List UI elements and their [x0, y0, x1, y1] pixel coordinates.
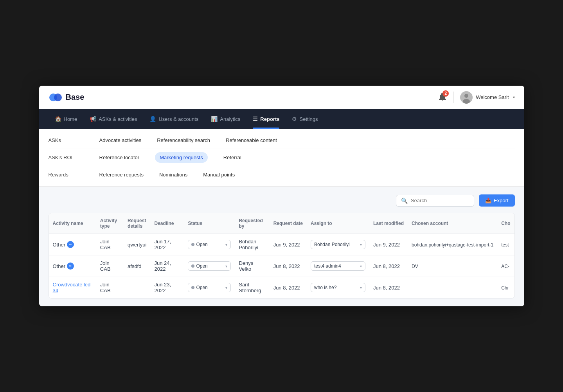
edit-icon-1[interactable]: ✏ — [67, 241, 74, 248]
col-last-modified: Last modified — [369, 213, 408, 234]
nav-label-settings: Settings — [299, 116, 318, 122]
status-chevron-1: ▾ — [225, 243, 227, 247]
status-dot-3 — [191, 286, 194, 289]
nav-label-analytics: Analytics — [220, 116, 240, 122]
col-requested-by: Requestedby — [235, 213, 269, 234]
rewards-links: Reference requests Nominations Manual po… — [99, 168, 235, 182]
nav-item-asks[interactable]: 📢 ASKs & activities — [83, 109, 143, 129]
report-link-referenceable[interactable]: Referenceable content — [226, 133, 277, 147]
cho-value-3[interactable]: Chr — [501, 285, 509, 291]
reports-icon: ☰ — [253, 116, 258, 122]
report-link-ref-requests[interactable]: Reference requests — [99, 168, 144, 182]
logo-text: Base — [66, 93, 85, 102]
report-link-referral[interactable]: Referral — [223, 151, 241, 164]
svg-point-4 — [463, 99, 470, 104]
crowdvocate-link[interactable]: Crowdvocate led 34 — [53, 282, 91, 293]
cell-requested-by-2: Denys Velko — [235, 255, 269, 277]
nav-item-home[interactable]: 🏠 Home — [49, 109, 84, 129]
cell-status-2[interactable]: Open ▾ — [184, 255, 235, 277]
cell-account-2: DV — [408, 255, 497, 277]
nav-item-users[interactable]: 👤 Users & accounts — [143, 109, 205, 129]
cell-requested-by-1: BohdanPohorilyi — [235, 234, 269, 255]
report-link-manual[interactable]: Manual points — [203, 168, 235, 182]
export-button[interactable]: 📤 Export — [479, 194, 515, 207]
marketing-requests-table: Activity name Activitytype Requestdetail… — [49, 213, 514, 298]
nav-label-reports: Reports — [260, 116, 279, 122]
avatar-icon — [460, 91, 473, 104]
cho-value-1: test — [501, 242, 509, 248]
chevron-down-icon: ▾ — [513, 95, 515, 99]
category-rewards: Rewards — [49, 172, 99, 178]
table-row: Other ✏ Join CAB qwertyui Jun 17, 2022 O… — [49, 234, 514, 255]
col-request-date: Request date — [270, 213, 307, 234]
assign-chevron-1: ▾ — [360, 243, 362, 247]
edit-icon-2[interactable]: ✏ — [67, 263, 74, 270]
activity-other-1: Other ✏ — [53, 241, 92, 248]
report-link-nominations[interactable]: Nominations — [159, 168, 187, 182]
notification-badge: 2 — [442, 90, 449, 97]
cell-request-date-1: Jun 9, 2022 — [270, 234, 307, 255]
cell-modified-2: Jun 8, 2022 — [369, 255, 408, 277]
cell-deadline-2: Jun 24, 2022 — [150, 255, 184, 277]
assign-label-1: Bohdan Pohorilyi — [314, 242, 350, 247]
col-activity-name: Activity name — [49, 213, 96, 234]
asks-links: Advocate activities Referenceability sea… — [99, 133, 277, 147]
report-link-marketing[interactable]: Marketing requests — [155, 152, 208, 163]
cell-type-1: Join CAB — [96, 234, 124, 255]
report-link-locator[interactable]: Reference locator — [99, 151, 140, 164]
cho-value-2: AC- — [501, 264, 509, 269]
assign-select-2[interactable]: test4 admin4 ▾ — [311, 261, 365, 271]
nav-item-reports[interactable]: ☰ Reports — [246, 109, 286, 129]
cell-assign-2[interactable]: test4 admin4 ▾ — [307, 255, 369, 277]
report-link-advocate[interactable]: Advocate activities — [99, 133, 142, 147]
cell-cho-2: AC- — [497, 255, 514, 277]
report-link-reference-search[interactable]: Referenceability search — [157, 133, 210, 147]
cell-status-3[interactable]: Open ▾ — [184, 277, 235, 298]
status-select-2[interactable]: Open ▾ — [188, 261, 231, 271]
svg-point-3 — [464, 94, 468, 98]
assign-chevron-3: ▾ — [360, 286, 362, 290]
search-input[interactable] — [411, 198, 469, 203]
cell-details-2: afsdfd — [124, 255, 150, 277]
nav-label-users: Users & accounts — [158, 116, 198, 122]
main-content: 🔍 📤 Export Activity name Activitytype Re… — [39, 187, 524, 306]
assign-label-2: test4 admin4 — [314, 263, 341, 269]
category-roi: ASK's ROI — [49, 155, 99, 160]
status-label-1: Open — [196, 242, 207, 247]
reports-row-rewards: Rewards Reference requests Nominations M… — [49, 166, 515, 183]
status-label-2: Open — [196, 263, 207, 269]
export-icon: 📤 — [485, 198, 491, 203]
search-box[interactable]: 🔍 — [396, 195, 474, 207]
settings-icon: ⚙ — [292, 116, 297, 122]
cell-activity-name-3[interactable]: Crowdvocate led 34 — [49, 277, 96, 298]
activity-other-2: Other ✏ — [53, 263, 92, 270]
reports-row-asks: ASKs Advocate activities Referenceabilit… — [49, 132, 515, 149]
cell-activity-name-1: Other ✏ — [49, 234, 96, 255]
status-select-3[interactable]: Open ▾ — [188, 283, 231, 292]
nav-item-analytics[interactable]: 📊 Analytics — [205, 109, 246, 129]
col-cho: Cho — [497, 213, 514, 234]
assign-select-3[interactable]: who is he? ▾ — [311, 283, 365, 292]
cell-assign-3[interactable]: who is he? ▾ — [307, 277, 369, 298]
cell-requested-by-3: SaritSternberg — [235, 277, 269, 298]
assign-select-1[interactable]: Bohdan Pohorilyi ▾ — [311, 240, 365, 249]
user-area[interactable]: Welcome Sarit ▾ — [460, 91, 514, 104]
app-window: Base 2 Welcome Sarit ▾ — [39, 86, 524, 306]
logo-area: Base — [49, 90, 85, 104]
notification-bell[interactable]: 2 — [438, 92, 447, 103]
status-chevron-2: ▾ — [225, 264, 227, 268]
status-select-1[interactable]: Open ▾ — [188, 240, 231, 249]
analytics-icon: 📊 — [211, 116, 218, 122]
cell-status-1[interactable]: Open ▾ — [184, 234, 235, 255]
chosen-account-2: DV — [412, 264, 418, 269]
nav-item-settings[interactable]: ⚙ Settings — [286, 109, 324, 129]
col-assign-to: Assign to — [307, 213, 369, 234]
category-asks: ASKs — [49, 137, 99, 143]
cell-request-date-3: Jun 8, 2022 — [270, 277, 307, 298]
cell-cho-3: Chr — [497, 277, 514, 298]
app-header: Base 2 Welcome Sarit ▾ — [39, 86, 524, 109]
toolbar: 🔍 📤 Export — [49, 194, 515, 207]
nav-label-home: Home — [64, 116, 77, 122]
cell-assign-1[interactable]: Bohdan Pohorilyi ▾ — [307, 234, 369, 255]
data-table: Activity name Activitytype Requestdetail… — [49, 213, 515, 298]
